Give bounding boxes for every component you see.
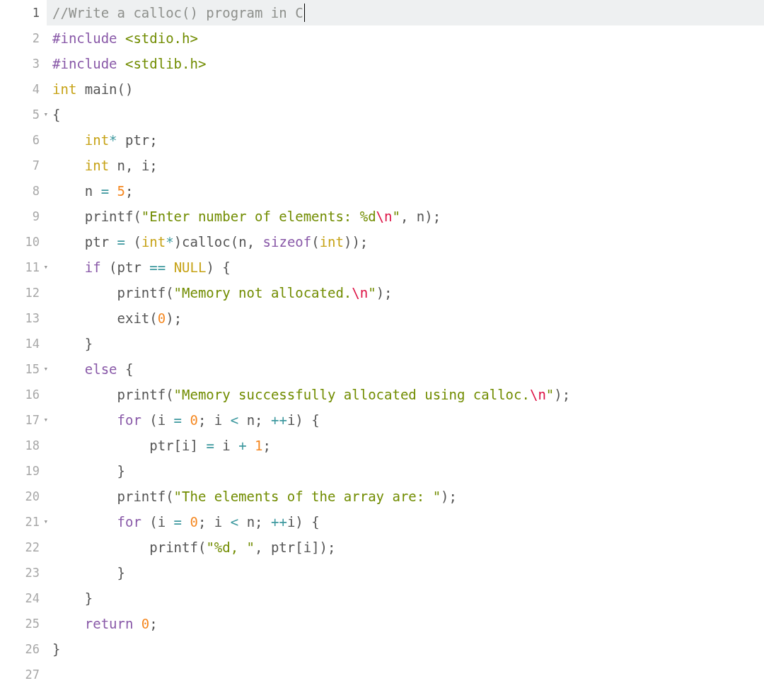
code-token: [: [174, 438, 182, 453]
line-number[interactable]: 25: [0, 611, 47, 636]
code-token: 0: [190, 412, 198, 428]
code-token: main: [85, 81, 117, 97]
line-number[interactable]: 14: [0, 331, 47, 356]
code-line[interactable]: 4int main(): [0, 76, 764, 102]
code-line[interactable]: 1//Write a calloc() program in C: [0, 0, 764, 25]
line-number[interactable]: 13: [0, 305, 47, 331]
code-content[interactable]: n = 5;: [47, 178, 764, 204]
code-line[interactable]: 19 }: [0, 458, 764, 484]
line-number[interactable]: 4: [0, 76, 47, 102]
code-token: =: [117, 234, 125, 250]
code-content[interactable]: ptr = (int*)calloc(n, sizeof(int));: [47, 229, 764, 255]
line-number[interactable]: 1: [0, 0, 47, 25]
code-line[interactable]: 24 }: [0, 585, 764, 611]
line-number[interactable]: 18: [0, 433, 47, 458]
line-number[interactable]: 8: [0, 178, 47, 204]
code-line[interactable]: 12 printf("Memory not allocated.\n");: [0, 280, 764, 305]
code-token: i: [206, 412, 230, 428]
code-content[interactable]: #include <stdio.h>: [47, 25, 764, 51]
code-token: =: [101, 183, 109, 199]
line-number[interactable]: 11▾: [0, 255, 47, 280]
code-content[interactable]: #include <stdlib.h>: [47, 51, 764, 76]
line-number[interactable]: 17▾: [0, 407, 47, 433]
code-line[interactable]: 15▾ else {: [0, 356, 764, 382]
code-content[interactable]: int main(): [47, 76, 764, 102]
code-content[interactable]: printf("Memory successfully allocated us…: [47, 382, 764, 407]
code-token: ,: [125, 158, 133, 173]
code-content[interactable]: }: [47, 331, 764, 356]
line-number[interactable]: 2: [0, 25, 47, 51]
fold-toggle-icon[interactable]: ▾: [43, 407, 48, 433]
code-content[interactable]: }: [47, 560, 764, 585]
code-content[interactable]: if (ptr == NULL) {: [47, 255, 764, 280]
code-content[interactable]: printf("%d, ", ptr[i]);: [47, 535, 764, 560]
code-token: (: [311, 234, 319, 250]
line-number[interactable]: 23: [0, 560, 47, 585]
line-number[interactable]: 24: [0, 585, 47, 611]
code-line[interactable]: 14 }: [0, 331, 764, 356]
code-line[interactable]: 5▾{: [0, 102, 764, 127]
line-number[interactable]: 26: [0, 636, 47, 662]
code-token: i: [303, 539, 311, 555]
code-content[interactable]: else {: [47, 356, 764, 382]
code-content[interactable]: {: [47, 102, 764, 127]
code-content[interactable]: printf("Memory not allocated.\n");: [47, 280, 764, 305]
code-content[interactable]: }: [47, 636, 764, 662]
line-number[interactable]: 21▾: [0, 509, 47, 535]
code-line[interactable]: 23 }: [0, 560, 764, 585]
code-line[interactable]: 21▾ for (i = 0; i < n; ++i) {: [0, 509, 764, 535]
code-line[interactable]: 2#include <stdio.h>: [0, 25, 764, 51]
code-content[interactable]: }: [47, 585, 764, 611]
code-line[interactable]: 8 n = 5;: [0, 178, 764, 204]
code-content[interactable]: ptr[i] = i + 1;: [47, 433, 764, 458]
line-number[interactable]: 10: [0, 229, 47, 255]
fold-toggle-icon[interactable]: ▾: [43, 356, 48, 382]
code-content[interactable]: }: [47, 458, 764, 484]
line-number[interactable]: 20: [0, 484, 47, 509]
line-number[interactable]: 9: [0, 204, 47, 229]
code-editor[interactable]: 1//Write a calloc() program in C2#includ…: [0, 0, 764, 700]
line-number[interactable]: 27: [0, 662, 47, 687]
line-number[interactable]: 19: [0, 458, 47, 484]
line-number[interactable]: 12: [0, 280, 47, 305]
code-token: +: [238, 438, 246, 453]
code-line[interactable]: 11▾ if (ptr == NULL) {: [0, 255, 764, 280]
code-line[interactable]: 9 printf("Enter number of elements: %d\n…: [0, 204, 764, 229]
code-line[interactable]: 25 return 0;: [0, 611, 764, 636]
line-number[interactable]: 3: [0, 51, 47, 76]
code-content[interactable]: //Write a calloc() program in C: [47, 0, 764, 25]
code-line[interactable]: 16 printf("Memory successfully allocated…: [0, 382, 764, 407]
code-line[interactable]: 22 printf("%d, ", ptr[i]);: [0, 535, 764, 560]
code-token: (: [231, 234, 238, 250]
code-content[interactable]: int* ptr;: [47, 127, 764, 153]
fold-toggle-icon[interactable]: ▾: [43, 255, 48, 280]
line-number[interactable]: 15▾: [0, 356, 47, 382]
line-number[interactable]: 22: [0, 535, 47, 560]
fold-toggle-icon[interactable]: ▾: [43, 509, 48, 535]
code-content[interactable]: int n, i;: [47, 153, 764, 178]
line-number[interactable]: 16: [0, 382, 47, 407]
code-line[interactable]: 17▾ for (i = 0; i < n; ++i) {: [0, 407, 764, 433]
code-content[interactable]: printf("Enter number of elements: %d\n",…: [47, 204, 764, 229]
code-token: [52, 259, 85, 275]
line-number[interactable]: 7: [0, 153, 47, 178]
line-number[interactable]: 5▾: [0, 102, 47, 127]
code-content[interactable]: printf("The elements of the array are: "…: [47, 484, 764, 509]
code-line[interactable]: 7 int n, i;: [0, 153, 764, 178]
line-number[interactable]: 6: [0, 127, 47, 153]
code-token: ;: [198, 514, 206, 530]
code-line[interactable]: 13 exit(0);: [0, 305, 764, 331]
code-content[interactable]: for (i = 0; i < n; ++i) {: [47, 407, 764, 433]
code-line[interactable]: 3#include <stdlib.h>: [0, 51, 764, 76]
code-line[interactable]: 6 int* ptr;: [0, 127, 764, 153]
code-line[interactable]: 18 ptr[i] = i + 1;: [0, 433, 764, 458]
code-line[interactable]: 10 ptr = (int*)calloc(n, sizeof(int));: [0, 229, 764, 255]
code-line[interactable]: 27: [0, 662, 764, 687]
code-content[interactable]: exit(0);: [47, 305, 764, 331]
code-content[interactable]: return 0;: [47, 611, 764, 636]
code-token: *: [166, 234, 173, 250]
code-content[interactable]: for (i = 0; i < n; ++i) {: [47, 509, 764, 535]
code-line[interactable]: 20 printf("The elements of the array are…: [0, 484, 764, 509]
fold-toggle-icon[interactable]: ▾: [43, 102, 48, 127]
code-line[interactable]: 26}: [0, 636, 764, 662]
